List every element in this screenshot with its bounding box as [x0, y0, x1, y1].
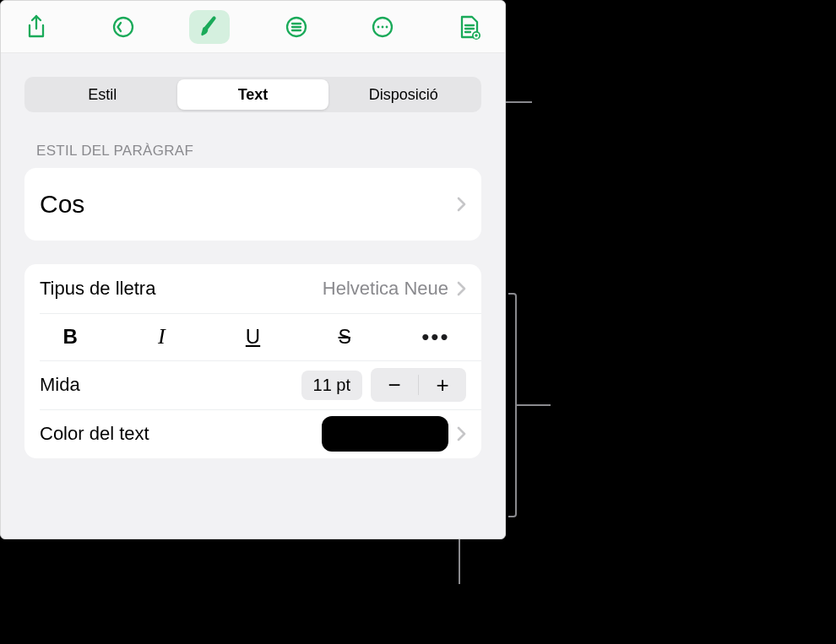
document-button[interactable] [449, 10, 490, 44]
brush-icon [198, 14, 221, 40]
text-color-row[interactable]: Color del text [24, 409, 481, 458]
font-label: Tipus de lletra [40, 278, 155, 300]
font-settings-card: Tipus de lletra Helvetica Neue B I U S •… [24, 264, 481, 458]
undo-button[interactable] [103, 10, 144, 44]
italic-button[interactable]: I [116, 313, 207, 360]
tab-layout[interactable]: Disposició [328, 79, 479, 110]
document-icon [459, 14, 480, 40]
tab-text[interactable]: Text [177, 79, 328, 110]
size-label: Mida [40, 374, 80, 396]
chevron-right-icon [457, 426, 466, 441]
undo-icon [111, 15, 135, 39]
size-stepper: − + [371, 368, 466, 402]
font-size-row: Mida 11 pt − + [24, 360, 481, 409]
chevron-right-icon [457, 197, 466, 212]
paragraph-style-value: Cos [40, 190, 84, 219]
strikethrough-button[interactable]: S [299, 313, 390, 360]
format-tabs: Estil Text Disposició [24, 77, 481, 112]
bold-button[interactable]: B [24, 313, 116, 360]
share-button[interactable] [16, 10, 57, 44]
format-button[interactable] [189, 10, 230, 44]
share-icon [26, 14, 46, 40]
tab-style[interactable]: Estil [27, 79, 177, 110]
font-style-row: B I U S ••• [24, 313, 481, 360]
text-color-label: Color del text [40, 423, 149, 445]
svg-point-8 [386, 25, 388, 28]
size-increase-button[interactable]: + [419, 368, 466, 402]
paragraph-style-card: Cos [24, 168, 481, 241]
svg-point-0 [114, 18, 133, 36]
paragraph-style-header: Estil del paràgraf [24, 143, 481, 160]
size-value[interactable]: 11 pt [301, 371, 362, 400]
more-button[interactable] [362, 10, 403, 44]
paragraph-style-row[interactable]: Cos [24, 168, 481, 241]
more-circle-icon [371, 15, 394, 39]
font-value: Helvetica Neue [323, 278, 448, 300]
list-icon [285, 15, 308, 39]
format-panel: Estil Text Disposició Estil del paràgraf… [0, 0, 506, 539]
underline-button[interactable]: U [207, 313, 298, 360]
chevron-right-icon [457, 281, 466, 296]
more-font-options-button[interactable]: ••• [390, 313, 481, 360]
svg-point-7 [382, 25, 384, 28]
text-color-swatch[interactable] [322, 416, 448, 452]
font-family-row[interactable]: Tipus de lletra Helvetica Neue [24, 264, 481, 313]
toolbar [1, 1, 505, 53]
arrange-button[interactable] [276, 10, 317, 44]
svg-point-6 [377, 25, 380, 28]
size-decrease-button[interactable]: − [371, 368, 418, 402]
